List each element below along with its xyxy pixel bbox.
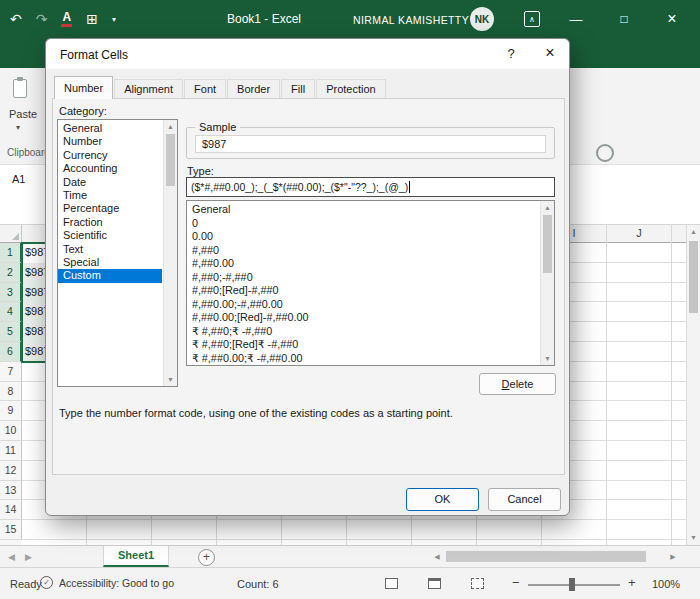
sample-groupbox: Sample $987 <box>186 127 555 159</box>
category-scrollbar[interactable]: ▲ ▼ <box>163 120 177 386</box>
format-code-item[interactable]: #,##0.00;[Red]-#,##0.00 <box>187 311 539 325</box>
category-listbox: ▲ ▼ General Number Currency Accounting D… <box>57 119 178 387</box>
row-header[interactable]: 4 <box>0 302 22 322</box>
font-color-icon[interactable]: A <box>61 11 72 27</box>
row-header[interactable]: 9 <box>0 401 22 421</box>
prev-sheet-icon[interactable]: ◀ <box>8 552 15 562</box>
category-item[interactable]: Scientific <box>58 229 162 242</box>
codes-scroll-thumb[interactable] <box>543 215 552 273</box>
zoom-out-icon[interactable]: − <box>512 575 520 590</box>
category-item[interactable]: Fraction <box>58 216 162 229</box>
format-code-item[interactable]: ₹ #,##0;₹ -#,##0 <box>187 325 539 339</box>
sample-label: Sample <box>195 121 240 133</box>
cancel-button[interactable]: Cancel <box>488 488 561 511</box>
row-header[interactable]: 10 <box>0 421 22 441</box>
delete-button[interactable]: Delete <box>479 373 556 395</box>
scroll-up-icon[interactable]: ▲ <box>687 225 700 239</box>
format-code-item[interactable]: #,##0 <box>187 244 539 258</box>
account-name[interactable]: NIRMAL KAMISHETTY <box>353 14 469 26</box>
close-window-button[interactable]: × <box>652 0 692 38</box>
dialog-tab[interactable]: Fill <box>281 79 315 99</box>
row-header[interactable]: 1 <box>0 243 22 263</box>
format-code-item[interactable]: ₹ #,##0.00;₹ -#,##0.00 <box>187 352 539 366</box>
zoom-slider-thumb[interactable] <box>569 578 575 591</box>
normal-view-icon[interactable] <box>385 578 398 589</box>
sheet-tab-sheet1[interactable]: Sheet1 <box>103 546 169 567</box>
qat-dropdown-icon[interactable]: ▾ <box>112 15 116 24</box>
format-code-item[interactable]: #,##0;-#,##0 <box>187 271 539 285</box>
row-header[interactable]: 2 <box>0 263 22 283</box>
row-header[interactable]: 12 <box>0 461 22 481</box>
dialog-tab[interactable]: Protection <box>316 79 386 99</box>
row-header[interactable]: 5 <box>0 322 22 342</box>
category-item[interactable]: Number <box>58 135 162 148</box>
format-code-item[interactable]: 0 <box>187 217 539 231</box>
category-item[interactable]: Currency <box>58 149 162 162</box>
format-code-item[interactable]: #,##0.00 <box>187 257 539 271</box>
column-header[interactable]: J <box>607 225 672 243</box>
redo-icon[interactable]: ↷ <box>36 12 48 26</box>
dialog-tab[interactable]: Alignment <box>114 79 183 99</box>
accessibility-status[interactable]: ✓ Accessibility: Good to go <box>40 576 174 589</box>
borders-icon[interactable]: ⊞ <box>86 12 98 26</box>
minimize-button[interactable]: — <box>556 0 596 38</box>
dialog-tab[interactable]: Font <box>184 79 226 99</box>
category-item[interactable]: Time <box>58 189 162 202</box>
scroll-up-icon[interactable]: ▲ <box>541 201 554 214</box>
scroll-down-icon[interactable]: ▼ <box>164 373 177 386</box>
vertical-scrollbar[interactable]: ▲ ▼ <box>686 225 700 545</box>
dialog-close-button[interactable]: × <box>538 44 562 62</box>
category-item[interactable]: Custom <box>58 269 162 282</box>
scroll-down-icon[interactable]: ▼ <box>687 531 700 545</box>
codes-scrollbar[interactable]: ▲ ▼ <box>540 201 554 365</box>
dialog-tab[interactable]: Border <box>227 79 280 99</box>
dialog-help-button[interactable]: ? <box>501 46 521 61</box>
add-sheet-button[interactable]: + <box>198 549 215 566</box>
format-code-item[interactable]: 0.00 <box>187 230 539 244</box>
name-box[interactable]: A1 <box>12 173 25 185</box>
horizontal-scrollbar[interactable]: ◀ ▶ <box>430 549 680 564</box>
format-code-item[interactable]: General <box>187 203 539 217</box>
row-header[interactable]: 6 <box>0 342 22 362</box>
row-header[interactable]: 15 <box>0 520 22 540</box>
delete-accel: D <box>502 378 510 390</box>
ribbon-display-options-icon[interactable]: ∧ <box>524 11 540 27</box>
scroll-down-icon[interactable]: ▼ <box>541 352 554 365</box>
format-code-item[interactable]: ₹ #,##0;[Red]₹ -#,##0 <box>187 338 539 352</box>
format-code-item[interactable]: #,##0.00;-#,##0.00 <box>187 298 539 312</box>
category-item[interactable]: General <box>58 122 162 135</box>
format-code-item[interactable]: #,##0;[Red]-#,##0 <box>187 284 539 298</box>
dialog-help-text: Type the number format code, using one o… <box>59 407 549 419</box>
row-header[interactable]: 14 <box>0 500 22 520</box>
zoom-level[interactable]: 100% <box>652 578 680 590</box>
page-break-view-icon[interactable] <box>471 578 484 589</box>
category-item[interactable]: Special <box>58 256 162 269</box>
row-header[interactable]: 3 <box>0 283 22 303</box>
row-header[interactable]: 13 <box>0 481 22 501</box>
avatar[interactable]: NK <box>470 7 494 31</box>
horizontal-scroll-thumb[interactable] <box>446 551 646 562</box>
page-layout-view-icon[interactable] <box>428 578 441 589</box>
scroll-left-icon[interactable]: ◀ <box>430 549 444 564</box>
row-header[interactable]: 8 <box>0 382 22 402</box>
category-scroll-thumb[interactable] <box>166 134 175 186</box>
select-all-corner[interactable] <box>0 225 22 243</box>
category-item[interactable]: Accounting <box>58 162 162 175</box>
undo-icon[interactable]: ↶ <box>10 12 22 26</box>
ok-button[interactable]: OK <box>406 488 479 511</box>
category-item[interactable]: Text <box>58 243 162 256</box>
vertical-scroll-thumb[interactable] <box>689 241 698 313</box>
scroll-right-icon[interactable]: ▶ <box>666 549 680 564</box>
type-input[interactable]: ($*#,##0.00_);_(_$*(##0.00);_($*"-"??_);… <box>186 177 555 197</box>
paste-dropdown-icon[interactable]: ▾ <box>16 123 20 132</box>
next-sheet-icon[interactable]: ▶ <box>25 552 32 562</box>
paste-button[interactable]: Paste <box>9 108 37 120</box>
category-item[interactable]: Percentage <box>58 202 162 215</box>
category-item[interactable]: Date <box>58 176 162 189</box>
zoom-in-icon[interactable]: + <box>628 575 636 590</box>
scroll-up-icon[interactable]: ▲ <box>164 120 177 133</box>
row-header[interactable]: 7 <box>0 362 22 382</box>
maximize-button[interactable]: □ <box>604 0 644 38</box>
row-header[interactable]: 11 <box>0 441 22 461</box>
dialog-tab[interactable]: Number <box>54 76 113 99</box>
